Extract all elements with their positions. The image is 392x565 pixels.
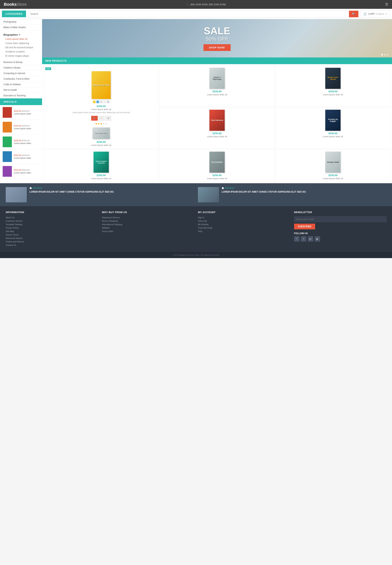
search-input[interactable] — [28, 11, 349, 17]
search-icon: 🔍 — [352, 13, 355, 15]
sidebar-item-childrens[interactable]: Children's Books — [0, 65, 42, 71]
jesus-book-wrap: JESUS A Pilgrimage — [209, 68, 225, 89]
color-swatches — [93, 101, 109, 103]
categories-button[interactable]: CATEGORIES — [2, 11, 26, 17]
bottom-footer: © 2015 Magento Demo Store. All Rights Re… — [0, 252, 392, 258]
footer-link-sitemap[interactable]: Site Map — [6, 230, 98, 232]
subscribe-button[interactable]: SUBSCRIBE — [294, 224, 315, 229]
footer-link-contact[interactable]: Contact Us — [6, 244, 98, 246]
add-to-wishlist-button[interactable]: ♡ — [98, 116, 105, 121]
sidebar-sub-lorem5[interactable]: Et dolore magna alique — [0, 54, 42, 58]
swatch-blue[interactable] — [96, 101, 99, 103]
footer-link-signin[interactable]: Sign In — [198, 216, 290, 219]
hero-dots — [381, 54, 388, 56]
sidebar-item-computing[interactable]: Computing & Internet — [0, 71, 42, 76]
footer-link-shipping[interactable]: Shipping & Returns — [102, 216, 194, 219]
footer-link-view-cart[interactable]: View Cart — [198, 220, 290, 222]
hamburger-menu[interactable]: ☰ — [385, 2, 388, 6]
footer-link-privacy[interactable]: Privacy Policy — [6, 227, 98, 229]
blog-date-1: 🕐 26/11/2016 — [29, 187, 114, 189]
youtube-icon[interactable]: ▶ — [315, 236, 320, 242]
search-button[interactable]: 🔍 — [349, 11, 358, 17]
hero-sale-text: SALE — [203, 26, 230, 36]
footer-link-customer-service[interactable]: Customer Service — [6, 220, 98, 222]
tonal-book-wrap: Tonal Harmony — [209, 110, 225, 131]
featured-book2: Siren Safe Letters $258.89 Lorem ipsum d… — [46, 128, 156, 146]
sidebar-item-crafts[interactable]: Crafts & Hobbies — [0, 82, 42, 87]
phone-number: 📞 800-2345-6789; 800-2345-6788 — [186, 3, 226, 6]
product4-name: Lorem ipsum dolor sit — [323, 135, 343, 138]
product1-name: Lorem ipsum dolor sit — [207, 93, 227, 96]
sidebar-item-cookbooks[interactable]: Cookbooks, Food & Wine — [0, 76, 42, 82]
featured-price: $258.89 — [97, 105, 106, 108]
jesus-book-cover: JESUS A Pilgrimage — [209, 68, 225, 89]
sidebar-categories: Photography Bibles & Bible Studies Biogr… — [0, 19, 42, 98]
footer-link-search-terms[interactable]: Search Terms — [6, 234, 98, 236]
newsletter-email-input[interactable] — [294, 216, 386, 222]
featured-name: Lorem ipsum dolor sit — [91, 108, 111, 110]
swatch-gray2[interactable] — [107, 101, 109, 103]
cart-dropdown-icon: ▼ — [385, 13, 387, 15]
product6-price: $258.89 — [213, 174, 222, 177]
footer-link-advanced-search[interactable]: Advanced Search — [6, 237, 98, 239]
swatch-light[interactable] — [103, 101, 106, 103]
sidebar-item-education[interactable]: Education & Teaching — [0, 93, 42, 98]
blog-title-1: LOREM IPSUM DOLOR SIT AMET CONSE CTETUR … — [29, 190, 114, 193]
tonal-book-cover: Tonal Harmony — [209, 110, 225, 131]
footer-my-account: MY ACCOUNT Sign In View Cart My Wishlist… — [198, 211, 290, 247]
special-item-1: $258.89 $258.96 Lorem ipsum dolor — [0, 105, 42, 120]
sidebar-item-photography[interactable]: Photography — [0, 19, 42, 25]
swatch-gray1[interactable] — [100, 101, 102, 103]
main-header: CATEGORIES 🔍 🛒 CART 0 items ▼ — [0, 9, 392, 19]
sidebar-sub-lorem1[interactable]: Lorem ipsum dolor sit — [0, 37, 42, 41]
featured-book-image: Heaven is for Real — [46, 71, 156, 99]
sidebar-item-business[interactable]: Business & Money — [0, 59, 42, 65]
orwell-book-cover: George Orwell — [325, 152, 341, 173]
products-grid: new Heaven is for Real $258.89 — [44, 66, 391, 182]
product7-name: Lorem ipsum dolor sit — [323, 177, 343, 179]
add-to-cart-button[interactable]: 🛒 — [91, 116, 98, 121]
duggar-book-wrap: Growing Up Duggar — [325, 110, 341, 131]
sidebar-sub-lorem2[interactable]: Conse cletur adipiscing — [0, 41, 42, 45]
blog-content-1: 🕐 26/11/2016 LOREM IPSUM DOLOR SIT AMET … — [29, 187, 114, 202]
swatch-yellow[interactable] — [93, 101, 96, 103]
special-thumb-4 — [3, 151, 12, 162]
footer-link-affiliates[interactable]: Affiliates — [102, 227, 194, 229]
cart-button[interactable]: 🛒 CART 0 items ▼ — [361, 10, 390, 17]
footer-link-group-sales[interactable]: Group Sales — [102, 230, 194, 232]
special-thumb-2 — [3, 122, 12, 133]
footer-link-help[interactable]: Help — [198, 230, 290, 232]
sidebar-item-bibles[interactable]: Bibles & Bible Studies — [0, 25, 42, 30]
hero-dot-1[interactable] — [381, 54, 383, 56]
product-duggar: Growing Up Duggar $258.89 Lorem ipsum do… — [275, 108, 391, 149]
sidebar-sub-lorem4[interactable]: Incididunt ut labore — [0, 50, 42, 54]
footer-link-template-settings[interactable]: Template Settings — [6, 223, 98, 225]
shop-now-button[interactable]: SHOP NOW! — [203, 44, 230, 51]
facebook-icon[interactable]: f — [294, 236, 299, 242]
twitter-icon[interactable]: t — [301, 236, 306, 242]
product6-name: Lorem ipsum dolor sit — [207, 177, 227, 179]
footer-link-about[interactable]: About Us — [6, 216, 98, 219]
hero-dot-3[interactable] — [387, 54, 388, 56]
sidebar-item-biographies[interactable]: Biographies ▼ — [0, 32, 42, 37]
footer-link-secure[interactable]: Secure Shopping — [102, 220, 194, 222]
sidebar-item-diet[interactable]: Diet & Health — [0, 87, 42, 93]
footer-link-intl-shipping[interactable]: International Shipping — [102, 223, 194, 225]
sidebar-sub-lorem3[interactable]: Elit sed do eiusmod tempor — [0, 45, 42, 50]
googleplus-icon[interactable]: g+ — [308, 236, 313, 242]
footer-link-track-order[interactable]: Track My Order — [198, 227, 290, 229]
footer-link-orders-returns[interactable]: Orders and Returns — [6, 240, 98, 243]
compare-button[interactable]: ⇄ — [105, 116, 111, 121]
footer-links: INFORMATION About Us Customer Service Te… — [0, 206, 392, 252]
hero-off-text: 50% OFF — [203, 36, 230, 42]
norton-book-wrap: Norton English Literature — [94, 152, 109, 173]
footer-link-wishlist[interactable]: My Wishlist — [198, 223, 290, 225]
product1-price: $258.89 — [213, 90, 222, 93]
product3-name: Lorem ipsum dolor sit — [207, 135, 227, 138]
chevron-icon: ▼ — [19, 34, 20, 36]
product7-price: $258.89 — [329, 174, 337, 177]
blog-date-2: 🕐 26/11/2016 — [222, 187, 306, 189]
hero-dot-2[interactable] — [384, 54, 386, 56]
special-thumb-3 — [3, 136, 12, 147]
main-layout: Photography Bibles & Bible Studies Biogr… — [0, 19, 392, 183]
